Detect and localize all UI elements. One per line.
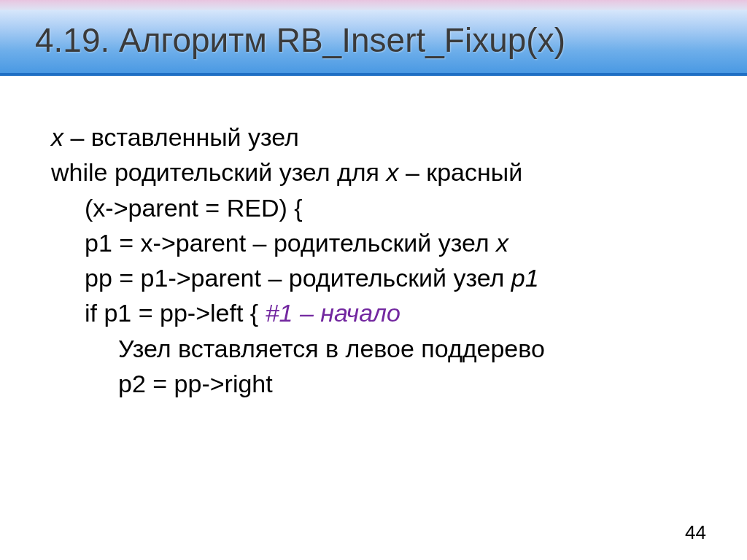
text: – красный (398, 158, 522, 186)
body-line-6: if p1 = pp->left { #1 – начало (51, 295, 703, 330)
code-comment: #1 – начало (266, 299, 400, 327)
slide-body: x – вставленный узел while родительский … (0, 76, 747, 401)
text: if p1 = pp->left { (85, 299, 266, 327)
page-number: 44 (685, 521, 706, 544)
top-gradient-strip (0, 0, 747, 10)
title-band: 4.19. Алгоритм RB_Insert_Fixup(x) (0, 10, 747, 76)
text: (x->parent = RED) { (85, 194, 303, 222)
slide-title: 4.19. Алгоритм RB_Insert_Fixup(x) (0, 20, 747, 60)
body-line-4: p1 = x->parent – родительский узел x (51, 225, 703, 260)
body-line-2: while родительский узел для x – красный (51, 155, 703, 190)
var-x: x (496, 229, 508, 257)
var-p1: p1 (511, 264, 539, 292)
text: pp = p1->parent – родительский узел (85, 264, 511, 292)
text: Узел вставляется в левое поддерево (118, 335, 545, 362)
body-line-1: x – вставленный узел (51, 120, 703, 155)
text: p1 = x->parent – родительский узел (85, 229, 496, 257)
text: while родительский узел для (51, 158, 386, 186)
var-x: x (386, 158, 398, 186)
text: p2 = pp->right (118, 370, 273, 397)
var-x: x (51, 123, 63, 151)
body-line-3: (x->parent = RED) { (51, 190, 703, 225)
body-line-5: pp = p1->parent – родительский узел p1 (51, 260, 703, 295)
body-line-8: p2 = pp->right (51, 366, 703, 401)
slide: 4.19. Алгоритм RB_Insert_Fixup(x) x – вс… (0, 0, 747, 560)
body-line-7: Узел вставляется в левое поддерево (51, 331, 703, 366)
text: – вставленный узел (63, 123, 299, 151)
